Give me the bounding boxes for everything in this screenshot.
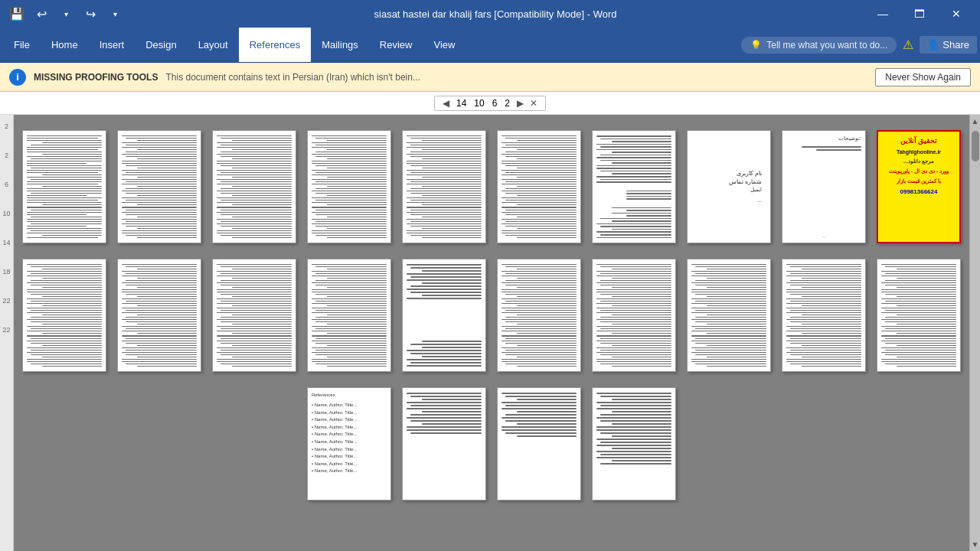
ruler-mark: 22 [2, 326, 10, 334]
share-label: Share [942, 39, 969, 51]
save-icon[interactable]: 💾 [6, 3, 28, 24]
document-area: نام کاربری شماره تماس ایمیل ... توضیحات: [14, 115, 969, 551]
undo-dropdown-icon[interactable]: ▾ [55, 3, 77, 24]
page-thumb-8[interactable]: نام کاربری شماره تماس ایمیل ... [687, 130, 771, 243]
page-thumb-9[interactable]: توضیحات: ... [782, 130, 866, 243]
page-thumb-12[interactable] [117, 259, 201, 372]
close-button[interactable]: ✕ [939, 0, 974, 28]
page-thumb-24[interactable] [592, 387, 676, 500]
zoom-next-button[interactable]: ▶ [515, 98, 525, 109]
tab-home[interactable]: Home [41, 28, 89, 62]
scroll-down-button[interactable]: ▼ [969, 538, 980, 551]
page-thumb-22[interactable] [402, 387, 486, 500]
page-thumb-7[interactable] [592, 130, 676, 243]
page-thumb-19[interactable] [782, 259, 866, 372]
title-bar: 💾 ↩ ▾ ↪ ▾ siasat hastei dar khalij fars … [0, 0, 980, 28]
zoom-level-2[interactable]: 2 [502, 98, 512, 109]
customize-icon[interactable]: ▾ [104, 3, 126, 24]
page-thumb-3[interactable] [212, 130, 296, 243]
zoom-prev-button[interactable]: ◀ [441, 98, 451, 109]
ruler-mark: 18 [2, 268, 10, 276]
page-thumb-6[interactable] [497, 130, 581, 243]
ruler-mark: 2 [5, 122, 8, 130]
quick-access-toolbar: 💾 ↩ ▾ ↪ ▾ [6, 3, 126, 24]
restore-button[interactable]: 🗖 [902, 0, 937, 28]
tab-references[interactable]: References [239, 28, 311, 62]
page-thumb-17[interactable] [592, 259, 676, 372]
tab-view[interactable]: View [423, 28, 466, 62]
page-thumb-18[interactable] [687, 259, 771, 372]
page-thumb-21[interactable]: References • Name, Author. Title... • Na… [307, 387, 391, 500]
vertical-scrollbar[interactable]: ▲ ▼ [969, 115, 980, 551]
info-icon: i [9, 69, 26, 86]
zoom-level-10[interactable]: 10 [472, 98, 486, 109]
scroll-thumb[interactable] [972, 131, 979, 161]
tell-me-input[interactable]: 💡 Tell me what you want to do... [741, 37, 897, 54]
main-content: 2 2 6 10 14 18 22 22 [0, 115, 980, 551]
tab-review[interactable]: Review [369, 28, 423, 62]
pages-row-1: نام کاربری شماره تماس ایمیل ... توضیحات: [22, 130, 961, 243]
page-thumb-15[interactable] [402, 259, 486, 372]
page-thumb-11[interactable] [22, 259, 106, 372]
share-button[interactable]: 👤 Share [920, 36, 977, 54]
ruler-mark: 6 [5, 181, 8, 188]
redo-icon[interactable]: ↪ [80, 3, 101, 24]
never-show-again-button[interactable]: Never Show Again [875, 68, 971, 86]
page-thumb-4[interactable] [307, 130, 391, 243]
alert-icon[interactable]: ⚠ [903, 37, 913, 52]
pages-grid: نام کاربری شماره تماس ایمیل ... توضیحات: [22, 130, 961, 500]
left-ruler: 2 2 6 10 14 18 22 22 [0, 115, 14, 551]
pages-row-2 [22, 259, 961, 372]
page-thumb-13[interactable] [212, 259, 296, 372]
notification-bar: i MISSING PROOFING TOOLS This document c… [0, 63, 980, 92]
tab-layout[interactable]: Layout [188, 28, 239, 62]
ribbon-right: 💡 Tell me what you want to do... ⚠ 👤 Sha… [741, 28, 977, 62]
page-thumb-2[interactable] [117, 130, 201, 243]
ribbon: File Home Insert Design Layout Reference… [0, 28, 980, 63]
scroll-up-button[interactable]: ▲ [969, 115, 980, 128]
notification-title: MISSING PROOFING TOOLS [34, 72, 158, 83]
tab-insert[interactable]: Insert [89, 28, 136, 62]
zoom-controls: ◀ 14 10 6 2 ▶ ✕ [434, 96, 546, 111]
lightbulb-icon: 💡 [750, 40, 762, 51]
undo-icon[interactable]: ↩ [31, 3, 52, 24]
share-person-icon: 👤 [927, 39, 939, 51]
zoom-close-button[interactable]: ✕ [528, 98, 539, 109]
ruler-mark: 10 [2, 210, 10, 217]
page-thumb-1[interactable] [22, 130, 106, 243]
notification-text: This document contains text in Persian (… [165, 72, 867, 83]
ruler-mark: 14 [2, 239, 10, 246]
window-controls: — 🗖 ✕ [865, 0, 974, 28]
minimize-button[interactable]: — [865, 0, 900, 28]
tell-me-label[interactable]: Tell me what you want to do... [766, 40, 887, 51]
zoom-level-14[interactable]: 14 [454, 98, 469, 109]
tab-file[interactable]: File [3, 28, 41, 62]
tab-design[interactable]: Design [135, 28, 187, 62]
tab-mailings[interactable]: Mailings [311, 28, 369, 62]
ruler-mark: 22 [2, 297, 10, 305]
page-thumb-20[interactable] [877, 259, 961, 372]
page-thumb-16[interactable] [497, 259, 581, 372]
pages-row-3: References • Name, Author. Title... • Na… [307, 387, 676, 500]
page-thumb-10-ad[interactable]: تحقیق آنلاین Tahghighonline.ir مرجع دانل… [877, 130, 961, 243]
page-thumb-23[interactable] [497, 387, 581, 500]
document-title: siasat hastei dar khalij fars [Compatibi… [126, 8, 865, 20]
ruler-mark: 2 [5, 152, 8, 159]
page-thumb-14[interactable] [307, 259, 391, 372]
zoom-level-6[interactable]: 6 [490, 98, 500, 109]
zoom-bar: ◀ 14 10 6 2 ▶ ✕ [0, 92, 980, 115]
page-thumb-5[interactable] [402, 130, 486, 243]
